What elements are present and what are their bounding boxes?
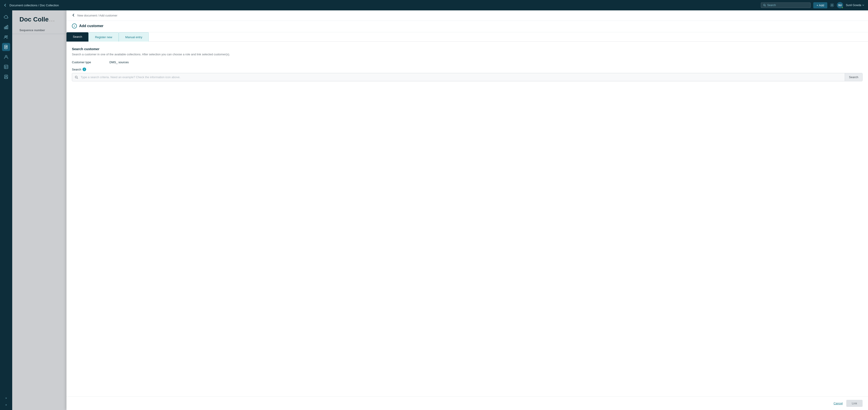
sidebar-collapse-icon[interactable]: » bbox=[4, 396, 8, 401]
back-arrow[interactable] bbox=[4, 4, 7, 7]
modal-title-row: + Add customer bbox=[66, 21, 868, 32]
sidebar-item-chart[interactable] bbox=[2, 23, 10, 31]
search-field-container: Search i Search bbox=[72, 68, 863, 81]
tabs-row: Search Register new Manual entry bbox=[66, 32, 868, 41]
search-customer-title: Search customer bbox=[72, 47, 863, 51]
sidebar-expand-icon[interactable]: » bbox=[4, 402, 8, 407]
search-field-label: Search i bbox=[72, 68, 863, 71]
modal-overlay: New document / Add customer + Add custom… bbox=[12, 10, 868, 410]
svg-point-2 bbox=[831, 4, 833, 6]
sidebar-item-people[interactable] bbox=[2, 33, 10, 41]
svg-point-18 bbox=[6, 76, 7, 77]
customer-type-label: Customer type bbox=[72, 61, 106, 64]
settings-icon[interactable] bbox=[830, 3, 834, 7]
svg-rect-3 bbox=[4, 27, 5, 29]
add-customer-icon: + bbox=[72, 24, 77, 29]
cancel-button[interactable]: Cancel bbox=[834, 402, 843, 405]
global-search-input[interactable] bbox=[767, 4, 808, 7]
content-area: Doc Colle… Sequence number New document … bbox=[12, 10, 868, 410]
customer-type-value: DMS_ sources bbox=[110, 61, 129, 64]
global-search-bar[interactable] bbox=[761, 2, 811, 8]
sidebar-item-document[interactable] bbox=[2, 43, 10, 51]
modal-footer: Cancel Link bbox=[66, 397, 868, 410]
header-breadcrumb: Document collections / Doc Collection bbox=[9, 4, 59, 7]
modal-body: Search customer Search a customer in one… bbox=[66, 41, 868, 397]
tab-search[interactable]: Search bbox=[66, 32, 88, 41]
svg-point-6 bbox=[5, 36, 6, 37]
sidebar-item-table[interactable] bbox=[2, 63, 10, 71]
main-layout: » » Doc Colle… Sequence number bbox=[0, 10, 868, 410]
online-status-dot bbox=[841, 7, 843, 8]
search-submit-button[interactable]: Search bbox=[845, 73, 862, 81]
sidebar-item-contacts[interactable] bbox=[2, 73, 10, 81]
back-arrow-icon bbox=[4, 4, 7, 7]
modal-back-arrow[interactable] bbox=[72, 13, 75, 18]
tab-register-new[interactable]: Register new bbox=[88, 32, 119, 41]
svg-rect-5 bbox=[7, 25, 8, 29]
sidebar-item-cloud[interactable] bbox=[2, 13, 10, 21]
svg-point-19 bbox=[75, 76, 77, 78]
svg-line-1 bbox=[765, 6, 766, 6]
customer-type-row: Customer type DMS_ sources bbox=[72, 61, 863, 64]
info-icon[interactable]: i bbox=[83, 68, 86, 71]
add-button[interactable]: + Add bbox=[813, 2, 827, 8]
modal-panel: New document / Add customer + Add custom… bbox=[66, 10, 868, 410]
tab-manual-entry[interactable]: Manual entry bbox=[119, 32, 149, 41]
svg-rect-13 bbox=[4, 65, 8, 69]
search-input-row: Search bbox=[72, 73, 863, 81]
search-magnifier-icon bbox=[72, 73, 81, 81]
avatar[interactable]: SU bbox=[837, 2, 843, 8]
top-header: Document collections / Doc Collection + … bbox=[0, 0, 868, 10]
user-name[interactable]: Sunil Gowda bbox=[846, 4, 864, 7]
svg-rect-4 bbox=[6, 26, 6, 29]
search-customer-desc: Search a customer in one of the availabl… bbox=[72, 53, 863, 56]
svg-line-20 bbox=[77, 78, 78, 79]
sidebar-bottom: » » bbox=[4, 396, 8, 407]
modal-title: Add customer bbox=[79, 24, 103, 28]
sidebar: » » bbox=[0, 10, 12, 410]
modal-breadcrumb: New document / Add customer bbox=[77, 14, 117, 17]
chevron-down-icon bbox=[862, 4, 864, 6]
search-icon bbox=[763, 4, 766, 6]
link-button[interactable]: Link bbox=[846, 400, 863, 407]
search-input[interactable] bbox=[81, 73, 845, 81]
svg-point-7 bbox=[6, 36, 8, 37]
modal-subheader: New document / Add customer bbox=[66, 10, 868, 21]
sidebar-item-person[interactable] bbox=[2, 53, 10, 61]
